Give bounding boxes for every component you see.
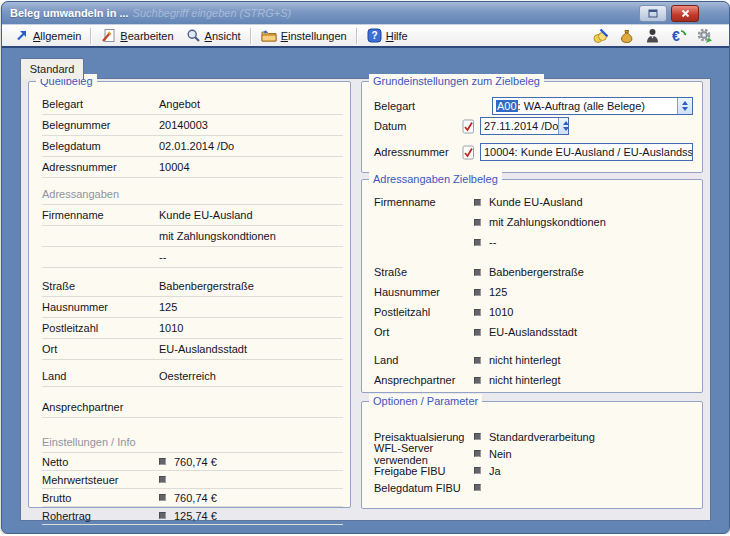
field-text: 27.11.2014 /Do	[484, 120, 558, 132]
menu-item-bearbeiten[interactable]: Bearbeiten	[95, 26, 179, 45]
field-value: 125,74 €	[174, 510, 343, 522]
help-icon: ?	[367, 28, 382, 43]
field-label: Belegart	[374, 100, 462, 112]
field-value: 760,74 €	[174, 492, 343, 504]
field-label: Firmenname	[374, 196, 474, 208]
value-bullet-icon	[474, 199, 481, 206]
menu-item-allgemein[interactable]: Allgemein	[8, 26, 87, 45]
value-bullet-icon	[474, 450, 481, 457]
field-label: Firmenname	[42, 209, 159, 221]
edit-page-icon	[101, 28, 116, 43]
close-button[interactable]	[671, 5, 699, 22]
field-value: nicht hinterlegt	[489, 374, 561, 386]
field-value: EU-Auslandsstadt	[489, 326, 577, 338]
field-label: Adressnummer	[374, 146, 462, 158]
value-bullet-icon	[474, 309, 481, 316]
field-label: Ansprechpartner	[42, 401, 159, 413]
selected-text: A00	[496, 100, 518, 112]
field-row: Ansprechpartner nicht hinterlegt	[374, 370, 693, 390]
field-row: Land nicht hinterlegt	[374, 350, 693, 370]
menu-label: Bearbeiten	[120, 30, 173, 42]
menu-item-hilfe[interactable]: ? Hilfe	[361, 26, 414, 45]
field-value: 10004	[159, 161, 343, 173]
groupbox-caption: Adressangaben Zielbeleg	[369, 172, 502, 186]
sum-row: Netto 760,74 €	[42, 453, 343, 471]
person-icon[interactable]	[644, 27, 661, 44]
datum-field[interactable]: 27.11.2014 /Do	[480, 117, 569, 135]
field-row: --	[42, 247, 343, 268]
field-value: 20140003	[159, 119, 343, 131]
datum-spinner[interactable]	[558, 118, 569, 134]
toolbar-right-icons: €	[592, 27, 723, 44]
field-row: Belegart Angebot	[42, 94, 343, 115]
datum-check-icon[interactable]	[462, 119, 475, 134]
field-label: Ansprechpartner	[374, 374, 474, 386]
magnifier-icon	[186, 28, 201, 43]
field-row: Postleitzahl 1010	[42, 318, 343, 339]
field-label: Freigabe FIBU	[374, 465, 474, 477]
field-label: Land	[374, 354, 474, 366]
titlebar-search-hint[interactable]: Suchbegriff eingeben (STRG+S)	[133, 7, 292, 19]
sum-row: Brutto 760,74 €	[42, 489, 343, 507]
field-label: WFL-Server verwenden	[374, 442, 474, 466]
groupbox-quellbeleg: Quellbeleg Belegart Angebot Belegnummer …	[28, 81, 351, 508]
section-header-einstellungen-info: Einstellungen / Info	[42, 432, 343, 453]
sum-row: Mehrwertsteuer	[42, 471, 343, 489]
field-row: WFL-Server verwenden Nein	[374, 445, 693, 462]
close-icon	[681, 9, 690, 18]
combo-text: : WA-Auftrag (alle Belege)	[518, 100, 645, 112]
field-label: Straße	[42, 280, 159, 292]
field-label: Postleitzahl	[374, 306, 474, 318]
groupbox-caption: Optionen / Parameter	[369, 394, 482, 408]
euro-icon[interactable]: €	[670, 27, 687, 44]
field-value: Ja	[489, 465, 501, 477]
value-bullet-icon	[474, 467, 481, 474]
field-row: Adressnummer 10004	[42, 157, 343, 178]
field-row: mit Zahlungskondtionen	[42, 226, 343, 247]
menu-item-einstellungen[interactable]: Einstellungen	[255, 26, 353, 45]
belegart-spinner[interactable]	[677, 98, 692, 114]
value-bullet-icon	[159, 512, 166, 519]
adressnummer-combo[interactable]: 10004: Kunde EU-Ausland / EU-Auslandssta…	[480, 143, 693, 161]
tab-label: Standard	[30, 63, 75, 75]
adressnummer-row: Adressnummer 10004: Kunde EU-Ausland / E…	[374, 142, 693, 162]
adressnummer-check-icon[interactable]	[462, 145, 475, 160]
field-row: Belegdatum FIBU	[374, 479, 693, 496]
tab-standard[interactable]: Standard	[20, 58, 84, 79]
window-title: Beleg umwandeln in ...	[10, 7, 129, 19]
money-bag-icon[interactable]	[618, 27, 635, 44]
value-bullet-icon	[474, 357, 481, 364]
field-label: Ort	[374, 326, 474, 338]
menu-item-ansicht[interactable]: Ansicht	[180, 26, 247, 45]
value-bullet-icon	[159, 494, 166, 501]
restore-button[interactable]	[639, 5, 667, 22]
field-row: mit Zahlungskondtionen	[374, 212, 693, 232]
tab-page-standard: Quellbeleg Belegart Angebot Belegnummer …	[20, 78, 711, 521]
coins-pen-icon[interactable]	[592, 27, 609, 44]
svg-text:€: €	[672, 28, 680, 44]
field-value: --	[159, 251, 343, 263]
field-row: Freigabe FIBU Ja	[374, 462, 693, 479]
gears-icon[interactable]	[696, 27, 713, 44]
menu-toolbar: Allgemein Bearbeiten Ansicht	[2, 24, 729, 48]
belegart-combo[interactable]: A00 : WA-Auftrag (alle Belege)	[492, 97, 693, 115]
restore-icon	[648, 9, 658, 18]
field-value: Standardverarbeitung	[489, 431, 595, 443]
field-label: Belegdatum FIBU	[374, 482, 474, 494]
field-label: Hausnummer	[42, 301, 159, 313]
field-label: Postleitzahl	[42, 322, 159, 334]
field-row: Ort EU-Auslandsstadt	[374, 322, 693, 342]
field-value: EU-Auslandsstadt	[159, 343, 343, 355]
field-value: Angebot	[159, 98, 343, 110]
field-row: Firmenname Kunde EU-Ausland	[42, 205, 343, 226]
menu-label: Einstellungen	[281, 30, 347, 42]
menu-label: Hilfe	[386, 30, 408, 42]
field-row: Hausnummer 125	[374, 282, 693, 302]
field-row: Hausnummer 125	[42, 297, 343, 318]
datum-row: Datum 27.11.2014 /Do	[374, 116, 693, 136]
field-value: mit Zahlungskondtionen	[159, 230, 343, 242]
titlebar: Beleg umwandeln in ... Suchbegriff einge…	[2, 2, 729, 24]
value-bullet-icon	[474, 239, 481, 246]
field-label: Datum	[374, 120, 462, 132]
field-value: Nein	[489, 448, 512, 460]
